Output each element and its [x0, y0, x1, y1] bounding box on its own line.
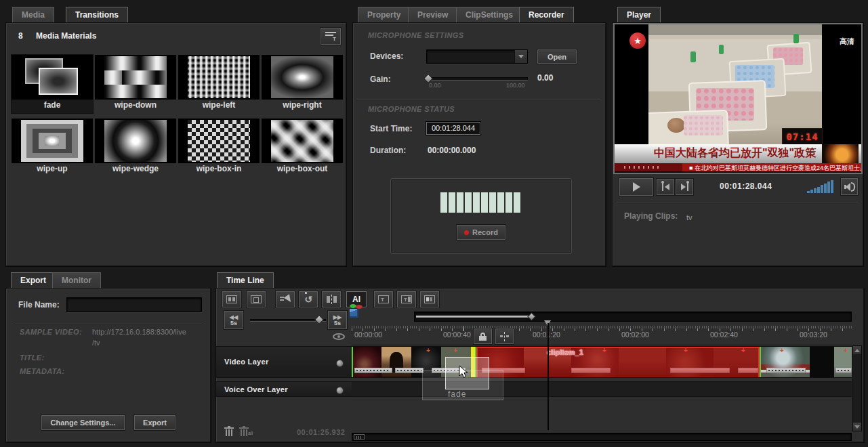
next-marker-button[interactable]: [676, 179, 693, 195]
title-clip-button[interactable]: T: [374, 291, 393, 307]
delete-clip-button[interactable]: [224, 426, 234, 436]
tab-clipsettings[interactable]: ClipSettings: [456, 7, 522, 22]
transition-thumbnail: [178, 55, 260, 100]
ruler-label: 00:00:40: [443, 331, 471, 339]
divider: [16, 324, 201, 324]
tab-timeline[interactable]: Time Line: [217, 272, 274, 288]
transition-label: wipe-up: [12, 164, 93, 173]
start-time-field[interactable]: 00:01:28.044: [426, 122, 480, 135]
play-button[interactable]: [619, 178, 653, 196]
gain-value: 0.00: [537, 73, 553, 83]
transition-label: fade: [12, 100, 93, 110]
jump-forward-label: 5s: [334, 320, 341, 326]
volume-meter[interactable]: [806, 179, 839, 193]
player-timecode: 00:01:28.044: [720, 182, 772, 191]
titles-toggle-button[interactable]: T: [321, 28, 341, 45]
track-name: Voice Over Layer: [224, 385, 288, 393]
tab-preview[interactable]: Preview: [408, 7, 457, 22]
dropdown-arrow-button[interactable]: [514, 50, 527, 63]
delete-all-clips-button[interactable]: all: [239, 426, 254, 436]
eye-icon[interactable]: [333, 333, 345, 340]
chevron-down-icon: [518, 55, 524, 58]
gain-slider-track[interactable]: [426, 77, 528, 81]
gain-label: Gain:: [370, 74, 391, 84]
reset-marker-button[interactable]: ↺: [299, 291, 318, 307]
transition-item-wipe-left[interactable]: wipe-left: [178, 55, 260, 113]
transition-thumbnail: [12, 55, 93, 100]
transition-item-wipe-up[interactable]: wipe-up: [12, 119, 93, 177]
mouse-cursor-icon: [459, 365, 470, 379]
transition-label: wipe-box-out: [262, 164, 343, 173]
tab-media[interactable]: Media: [12, 7, 54, 22]
solid-clip-icon: [424, 295, 435, 303]
tv-station-logo: ★: [629, 33, 646, 49]
devices-dropdown[interactable]: [426, 49, 528, 64]
lock-track-button[interactable]: [474, 328, 492, 344]
trash-icon: [224, 426, 234, 436]
open-button[interactable]: Open: [537, 49, 577, 64]
horizontal-scrollbar-thumb[interactable]: [354, 434, 365, 440]
file-name-input[interactable]: [66, 297, 202, 312]
title-clip-icon: T: [378, 295, 389, 303]
transition-item-wipe-box-out[interactable]: wipe-box-out: [262, 119, 343, 177]
scroll-up-button[interactable]: [853, 346, 861, 354]
transition-thumbnail: [12, 119, 93, 163]
horizontal-scrollbar[interactable]: [352, 433, 852, 441]
overwrite-clip-button[interactable]: [222, 291, 241, 307]
track-enable-dot[interactable]: [336, 360, 344, 367]
selected-clip-label: clipItem_1: [547, 348, 583, 356]
track-enable-dot[interactable]: [336, 387, 344, 394]
hd-badge: 高清: [840, 37, 854, 47]
transition-item-wipe-box-in[interactable]: wipe-box-in: [178, 119, 260, 177]
transition-label: wipe-down: [95, 100, 176, 110]
insert-clip-button[interactable]: [247, 291, 266, 307]
select-tool-button[interactable]: [276, 291, 295, 307]
transition-item-wipe-right[interactable]: wipe-right: [262, 55, 343, 113]
clip-thumbnail: [834, 347, 852, 378]
mute-button[interactable]: [841, 178, 858, 195]
selected-clip[interactable]: clipItem_1: [476, 347, 760, 378]
jump-forward-button[interactable]: ▶▶ 5s: [328, 311, 347, 329]
video-editor-app: Media Transitions 8 Media Materials T fa…: [0, 0, 868, 447]
tab-monitor[interactable]: Monitor: [52, 272, 101, 288]
tab-recorder[interactable]: Recorder: [519, 7, 574, 22]
jump-back-button[interactable]: ◀◀ 5s: [224, 311, 243, 329]
gain-min: 0.00: [429, 82, 441, 89]
playing-clips-label: Playing Clips:: [624, 211, 678, 221]
zoom-slider-thumb[interactable]: [314, 315, 324, 324]
player-panel: ★ 高清 07:14 中国大陆各省均已放开"双独"政策 ■ 在北约对巴基斯坦莫赫…: [612, 22, 864, 267]
change-settings-button[interactable]: Change Settings...: [41, 415, 125, 430]
clip-thumbnail: [353, 347, 381, 378]
timeline-ruler[interactable]: 00:00:00 00:00:40 00:01:20 00:02:00 00:0…: [352, 326, 852, 345]
ruler-label: 00:02:40: [710, 331, 738, 339]
title-overlay-icon: T: [401, 295, 412, 303]
solid-clip-button[interactable]: [420, 291, 439, 307]
trim-snap-button[interactable]: [495, 328, 514, 344]
playhead-line[interactable]: [547, 323, 549, 430]
record-button-label: Record: [472, 228, 498, 236]
tab-transitions[interactable]: Transitions: [66, 7, 128, 22]
video-layer-header[interactable]: Video Layer: [216, 346, 352, 378]
voice-over-layer-header[interactable]: Voice Over Layer: [216, 381, 352, 397]
split-clip-button[interactable]: [322, 291, 341, 307]
vertical-scrollbar[interactable]: [852, 345, 862, 431]
record-meter-panel: Record: [390, 178, 572, 254]
clip-thumbnail: [381, 347, 411, 378]
tab-export[interactable]: Export: [11, 272, 56, 288]
sample-video-value-line2: /tv: [92, 339, 100, 347]
export-button[interactable]: Export: [134, 415, 175, 430]
transition-item-fade[interactable]: fade: [12, 55, 93, 113]
video-screen: ★ 高清 07:14 中国大陆各省均已放开"双独"政策 ■ 在北约对巴基斯坦莫赫…: [613, 23, 863, 174]
title-overlay-button[interactable]: T: [397, 291, 416, 307]
previous-marker-button[interactable]: [657, 179, 674, 195]
transition-thumbnail: [262, 55, 343, 100]
transition-thumbnail: [95, 119, 176, 163]
record-button[interactable]: Record: [457, 225, 505, 240]
transition-item-wipe-wedge[interactable]: wipe-wedge: [95, 119, 176, 177]
timeline-seekbar[interactable]: [414, 312, 852, 322]
scroll-down-button[interactable]: [853, 423, 861, 431]
tab-player[interactable]: Player: [617, 7, 661, 22]
tab-property[interactable]: Property: [358, 7, 410, 22]
transition-item-wipe-down[interactable]: wipe-down: [95, 55, 176, 113]
transition-thumbnail: [178, 119, 260, 163]
